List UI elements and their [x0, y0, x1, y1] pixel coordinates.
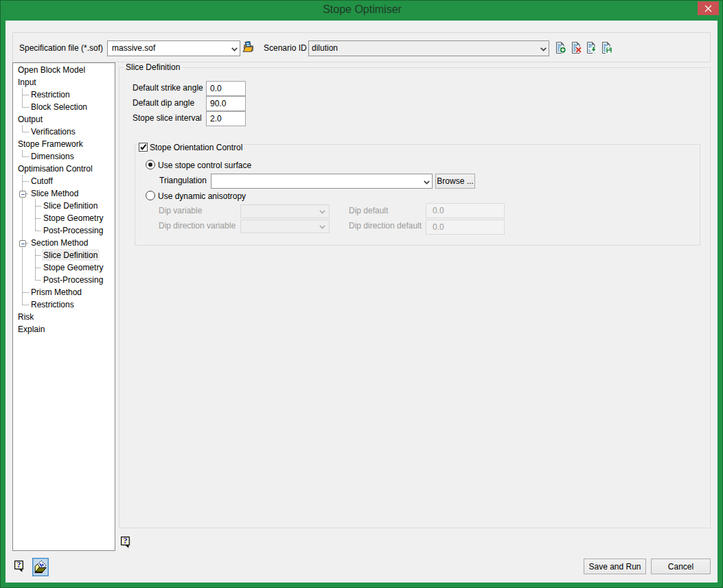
svg-text:?: ? — [17, 560, 21, 569]
svg-text:?: ? — [124, 536, 128, 545]
